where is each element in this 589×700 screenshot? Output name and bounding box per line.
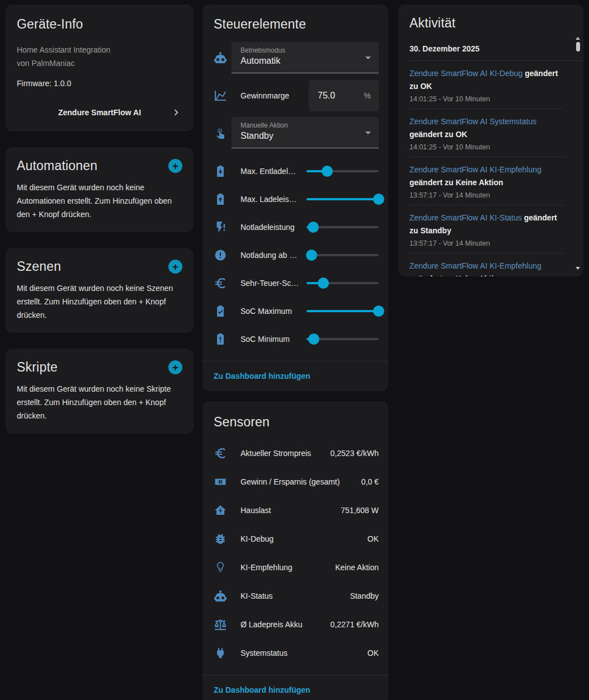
add-automation-button[interactable] [168, 159, 182, 173]
controls-card: Steuerelemente Betriebsmodus Automatik G… [202, 4, 388, 391]
activity-card: Aktivität 30. Dezember 2025 Zendure Smar… [398, 4, 583, 276]
sensor-row-ki-recommendation[interactable]: KI-Empfehlung Keine Aktion [202, 553, 388, 581]
slider-label-soc-minimum: SoC Minimum [241, 335, 307, 344]
automations-card: Automationen Mit diesem Gerät wurden noc… [6, 147, 194, 232]
sensor-name: KI-Debug [241, 534, 367, 543]
slider-label-max-discharge: Max. Entladel… [241, 167, 307, 176]
margin-input[interactable]: 75.0 % [309, 80, 379, 111]
device-subtitle-line1: Home Assistant Integration [17, 43, 182, 57]
scenes-empty-text: Mit diesem Gerät wurden noch keine Szene… [17, 281, 182, 322]
control-row-soc-minimum: SoC Minimum [202, 325, 388, 353]
scrollbar-thumb[interactable] [576, 42, 580, 51]
activity-entity-link[interactable]: Zendure SmartFlow AI Systemstatus [409, 117, 536, 126]
slider-thumb[interactable] [322, 166, 333, 177]
control-row-action: Manuelle Aktion Standby [202, 117, 388, 148]
cash-icon [214, 475, 227, 488]
activity-change-text: geändert zu OK [409, 130, 467, 139]
emergency-charge-power-slider[interactable] [307, 222, 379, 233]
chart-line-icon [214, 89, 227, 102]
power-plug-icon [214, 646, 227, 660]
control-row-mode: Betriebsmodus Automatik [202, 42, 388, 73]
sensor-name: Aktueller Strompreis [241, 449, 331, 458]
battery-check-icon [214, 304, 227, 318]
activity-scrollbar[interactable] [574, 37, 581, 270]
activity-entity-link[interactable]: Zendure SmartFlow AI KI-Empfehlung [409, 261, 541, 270]
activity-entry: Zendure SmartFlow AI Systemstatus geände… [409, 109, 564, 157]
device-info-title: Geräte-Info [17, 17, 182, 32]
max-charge-slider[interactable] [307, 194, 379, 205]
device-link-row[interactable]: Zendure SmartFlow AI [17, 99, 182, 126]
max-discharge-slider[interactable] [307, 166, 379, 177]
robot-icon [214, 589, 227, 603]
activity-entry: Zendure SmartFlow AI KI-Empfehlung geänd… [409, 253, 564, 276]
sensor-row-system-status[interactable]: Systemstatus OK [202, 638, 388, 667]
slider-thumb[interactable] [308, 222, 319, 233]
currency-eur-icon [214, 276, 227, 290]
bug-icon [214, 532, 227, 546]
scroll-up-icon[interactable] [576, 37, 580, 40]
slider-thumb[interactable] [318, 278, 329, 289]
sensor-value: 0,2271 €/kWh [331, 620, 379, 629]
sensor-row-ki-debug[interactable]: KI-Debug OK [202, 524, 388, 553]
soc-minimum-slider[interactable] [307, 333, 379, 345]
soc-maximum-slider[interactable] [307, 306, 379, 317]
activity-entry: Zendure SmartFlow AI KI-Empfehlung geänd… [409, 157, 564, 205]
activity-entity-link[interactable]: Zendure SmartFlow AI KI-Status [409, 213, 522, 222]
activity-timestamp: 13:57:17 - Vor 14 Minuten [409, 191, 564, 200]
right-column: Aktivität 30. Dezember 2025 Zendure Smar… [398, 4, 583, 276]
scenes-title: Szenen [17, 259, 61, 274]
slider-thumb[interactable] [306, 250, 317, 261]
sensor-name: Gewinn / Ersparnis (gesamt) [241, 477, 361, 486]
margin-unit: % [364, 91, 371, 100]
slider-label-soc-maximum: SoC Maximum [241, 307, 307, 316]
control-row-very-expensive: Sehr-Teuer-Sc… [202, 269, 388, 297]
add-controls-to-dashboard-link[interactable]: Zu Dashboard hinzufügen [214, 372, 310, 380]
sensor-row-avg-charge-price[interactable]: Ø Ladepreis Akku 0,2271 €/kWh [202, 610, 388, 638]
sensor-row-ki-status[interactable]: KI-Status Standby [202, 581, 388, 610]
control-row-margin: Gewinnmarge 75.0 % [202, 80, 388, 111]
emergency-charge-from-slider[interactable] [307, 250, 379, 261]
slider-thumb[interactable] [373, 194, 384, 205]
scenes-card: Szenen Mit diesem Gerät wurden noch kein… [6, 248, 194, 333]
controls-title: Steuerelemente [202, 17, 388, 32]
scroll-down-icon[interactable] [576, 267, 580, 270]
add-scene-button[interactable] [168, 260, 182, 274]
chevron-down-icon [365, 131, 371, 134]
center-column: Steuerelemente Betriebsmodus Automatik G… [202, 4, 388, 700]
sensor-value: Keine Aktion [335, 563, 379, 572]
activity-entity-link[interactable]: Zendure SmartFlow AI KI-Empfehlung [409, 165, 541, 174]
slider-label-very-expensive: Sehr-Teuer-Sc… [241, 279, 307, 288]
slider-thumb[interactable] [373, 306, 384, 317]
activity-entity-link[interactable]: Zendure SmartFlow AI KI-Debug [409, 69, 522, 78]
scripts-empty-text: Mit diesem Gerät wurden noch keine Skrip… [17, 382, 182, 422]
activity-change-text: geändert zu Keine Aktion [409, 274, 503, 276]
activity-timestamp: 14:01:25 - Vor 10 Minuten [409, 95, 564, 104]
slider-thumb[interactable] [308, 333, 319, 345]
device-firmware: Firmware: 1.0.0 [17, 79, 182, 88]
add-sensors-to-dashboard-link[interactable]: Zu Dashboard hinzufügen [214, 685, 310, 694]
sensor-row-profit[interactable]: Gewinn / Ersparnis (gesamt) 0,0 € [202, 467, 388, 496]
activity-entry: Zendure SmartFlow AI KI-Debug geändert z… [409, 61, 564, 109]
gesture-tap-icon [214, 126, 227, 139]
chevron-down-icon [365, 57, 371, 59]
very-expensive-slider[interactable] [307, 278, 379, 289]
sensors-footer: Zu Dashboard hinzufügen [202, 675, 388, 700]
controls-footer: Zu Dashboard hinzufügen [202, 361, 388, 391]
robot-icon [214, 51, 227, 64]
device-info-card: Geräte-Info Home Assistant Integration v… [6, 4, 194, 131]
add-script-button[interactable] [168, 360, 182, 374]
control-row-emergency-charge-from: Notladung ab … [202, 241, 388, 269]
mode-select[interactable]: Betriebsmodus Automatik [232, 42, 379, 73]
margin-label: Gewinnmarge [241, 91, 309, 100]
sensor-name: Hauslast [241, 506, 341, 515]
sensor-row-house-load[interactable]: Hauslast 751,608 W [202, 496, 388, 524]
sensor-value: 0,2523 €/kWh [331, 449, 379, 458]
left-column: Geräte-Info Home Assistant Integration v… [6, 4, 194, 434]
slider-label-emergency-charge-power: Notladeleistung [241, 223, 307, 232]
sensor-row-current-price[interactable]: Aktueller Strompreis 0,2523 €/kWh [202, 439, 388, 467]
sensor-name: KI-Status [241, 591, 350, 600]
manual-action-select[interactable]: Manuelle Aktion Standby [232, 117, 379, 148]
mode-select-label: Betriebsmodus [241, 46, 371, 54]
margin-value: 75.0 [318, 91, 335, 101]
battery-alert-icon [214, 332, 227, 346]
